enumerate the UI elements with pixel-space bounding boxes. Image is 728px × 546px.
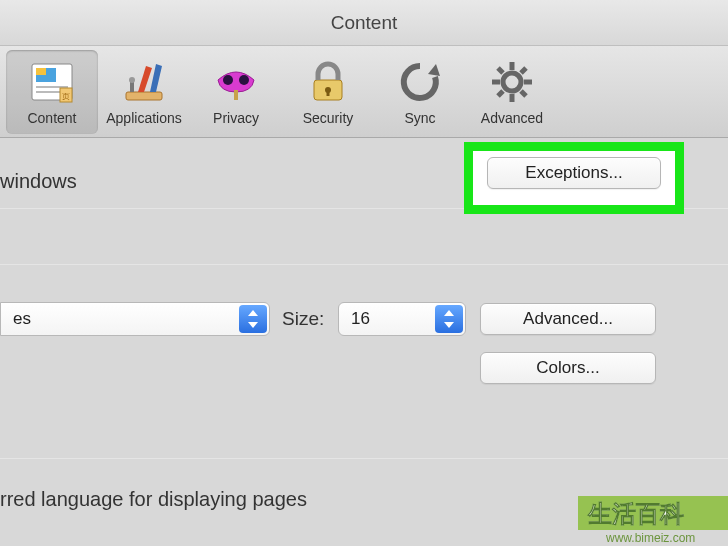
exceptions-highlight: Exceptions... <box>464 142 684 214</box>
tab-label: Advanced <box>481 110 543 126</box>
sync-icon <box>396 58 444 106</box>
tab-privacy[interactable]: Privacy <box>190 50 282 134</box>
tab-advanced[interactable]: Advanced <box>466 50 558 134</box>
svg-text:生活百科: 生活百科 <box>587 500 684 527</box>
tab-label: Privacy <box>213 110 259 126</box>
language-label-fragment: rred language for displaying pages <box>0 488 307 511</box>
svg-rect-12 <box>234 90 238 100</box>
applications-icon <box>120 58 168 106</box>
tab-label: Applications <box>106 110 182 126</box>
tab-content[interactable]: 页 Content <box>6 50 98 134</box>
divider <box>0 264 728 265</box>
popup-windows-label-fragment: windows <box>0 170 77 193</box>
watermark: 生活百科 www.bimeiz.com <box>578 496 728 546</box>
preferences-toolbar: 页 Content Applications Privacy Security <box>0 46 728 138</box>
svg-rect-2 <box>36 68 46 75</box>
colors-button[interactable]: Colors... <box>480 352 656 384</box>
font-select-value: es <box>13 309 31 329</box>
tab-sync[interactable]: Sync <box>374 50 466 134</box>
tab-label: Security <box>303 110 354 126</box>
window-title: Content <box>0 0 728 46</box>
gear-icon <box>488 58 536 106</box>
tab-label: Sync <box>404 110 435 126</box>
content-icon: 页 <box>28 58 76 106</box>
chevron-updown-icon <box>239 305 267 333</box>
chevron-updown-icon <box>435 305 463 333</box>
svg-text:页: 页 <box>62 92 70 101</box>
svg-line-21 <box>498 68 503 73</box>
svg-line-23 <box>521 68 526 73</box>
svg-rect-8 <box>130 82 134 92</box>
exceptions-button[interactable]: Exceptions... <box>487 157 661 189</box>
size-select-value: 16 <box>351 309 370 329</box>
content-pane: windows Exceptions... es Size: 16 Advanc… <box>0 138 728 546</box>
svg-rect-7 <box>126 92 162 100</box>
svg-point-16 <box>503 73 521 91</box>
divider <box>0 458 728 459</box>
font-select[interactable]: es <box>0 302 270 336</box>
svg-point-10 <box>223 75 233 85</box>
svg-line-24 <box>498 91 503 96</box>
tab-security[interactable]: Security <box>282 50 374 134</box>
lock-icon <box>304 58 352 106</box>
svg-line-22 <box>521 91 526 96</box>
tab-applications[interactable]: Applications <box>98 50 190 134</box>
size-label: Size: <box>282 308 324 330</box>
size-select[interactable]: 16 <box>338 302 466 336</box>
privacy-icon <box>212 58 260 106</box>
svg-rect-15 <box>327 90 330 96</box>
advanced-button[interactable]: Advanced... <box>480 303 656 335</box>
svg-point-11 <box>239 75 249 85</box>
svg-text:www.bimeiz.com: www.bimeiz.com <box>605 531 695 545</box>
tab-label: Content <box>27 110 76 126</box>
svg-point-9 <box>129 77 135 83</box>
